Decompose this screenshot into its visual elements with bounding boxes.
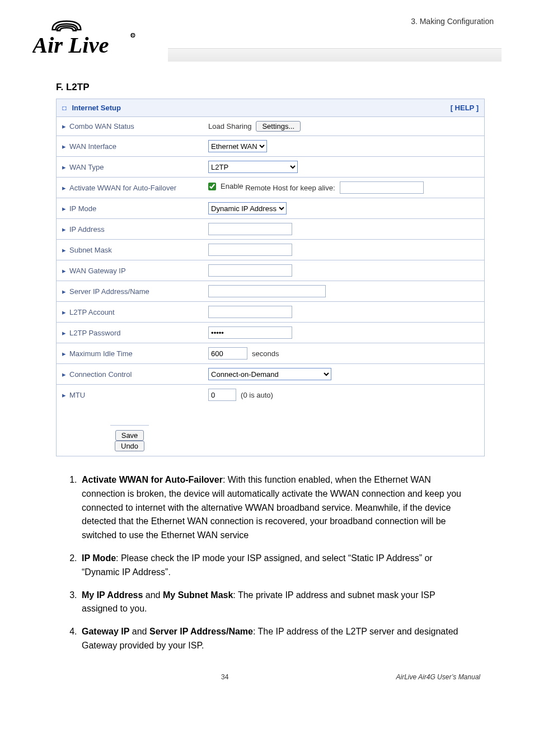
row-value-activate-wwan: Enable Remote Host for keep alive: — [203, 178, 484, 198]
row-label-wan-interface: ▸WAN Interface — [57, 136, 203, 157]
wan-interface-select[interactable]: Ethernet WAN — [208, 140, 267, 152]
instruction-4-term-b: Server IP Address/Name — [149, 627, 253, 636]
ip-mode-select[interactable]: Dynamic IP Address — [208, 202, 287, 214]
load-sharing-text: Load Sharing — [208, 122, 251, 130]
help-link[interactable]: [ HELP ] — [451, 104, 479, 112]
instruction-1-text: : With this function enabled, when the E… — [82, 475, 461, 540]
label-text: L2TP Password — [69, 329, 121, 337]
label-text: MTU — [69, 391, 85, 399]
triangle-icon: ▸ — [62, 225, 66, 234]
wan-type-select[interactable]: L2TP — [208, 161, 298, 173]
instruction-4-mid: and — [129, 627, 149, 636]
triangle-icon: ▸ — [62, 142, 66, 151]
header-divider — [168, 48, 502, 62]
bullet-icon: ◘ — [62, 104, 67, 112]
airlive-logo: Air Live R — [32, 19, 156, 60]
page-number: 34 — [221, 673, 228, 681]
instruction-1: Activate WWAN for Auto-Failover: With th… — [79, 473, 469, 543]
subheading: F. L2TP — [56, 82, 485, 93]
row-value-wan-type: L2TP — [203, 157, 484, 178]
page-header: 3. Making Configuration Air Live R — [0, 0, 534, 63]
instruction-4-term-a: Gateway IP — [82, 627, 129, 636]
remote-host-input[interactable] — [340, 181, 424, 194]
label-text: Subnet Mask — [69, 246, 112, 254]
label-text: WAN Type — [69, 163, 104, 171]
instruction-3: My IP Address and My Subnet Mask: The pr… — [79, 589, 469, 617]
row-label-wan-type: ▸WAN Type — [57, 157, 203, 178]
triangle-icon: ▸ — [62, 287, 66, 296]
triangle-icon: ▸ — [62, 349, 66, 358]
svg-text:R: R — [132, 34, 134, 38]
row-label-mtu: ▸MTU — [57, 385, 203, 405]
ip-address-input[interactable] — [208, 223, 292, 235]
row-label-max-idle: ▸Maximum Idle Time — [57, 343, 203, 364]
triangle-icon: ▸ — [62, 122, 66, 130]
row-label-activate-wwan: ▸Activate WWAN for Auto-Failover — [57, 178, 203, 198]
svg-text:Air Live: Air Live — [32, 32, 109, 58]
label-text: WAN Gateway IP — [69, 267, 126, 275]
mtu-unit: (0 is auto) — [241, 391, 273, 399]
panel-footer: Save Undo — [110, 425, 149, 456]
row-value-combo-wan-status: Load Sharing Settings... — [203, 117, 484, 136]
instruction-3-term-a: My IP Address — [82, 590, 143, 600]
enable-label: Enable — [221, 182, 243, 190]
triangle-icon: ▸ — [62, 370, 66, 379]
triangle-icon: ▸ — [62, 246, 66, 254]
row-label-ip-address: ▸IP Address — [57, 219, 203, 240]
row-value-max-idle: seconds — [203, 343, 484, 364]
enable-checkbox[interactable] — [208, 183, 216, 190]
row-value-wan-interface: Ethernet WAN — [203, 136, 484, 157]
wan-gateway-input[interactable] — [208, 264, 292, 277]
row-label-server-ip: ▸Server IP Address/Name — [57, 281, 203, 302]
panel-title: Internet Setup — [72, 104, 120, 112]
triangle-icon: ▸ — [62, 329, 66, 337]
label-text: L2TP Account — [69, 308, 115, 316]
l2tp-password-input[interactable] — [208, 326, 292, 339]
section-label: 3. Making Configuration — [411, 17, 494, 26]
row-label-conn-control: ▸Connection Control — [57, 364, 203, 385]
triangle-icon: ▸ — [62, 184, 66, 192]
row-label-wan-gateway: ▸WAN Gateway IP — [57, 260, 203, 281]
instruction-3-mid: and — [143, 590, 163, 600]
label-text: IP Mode — [69, 204, 96, 213]
undo-button[interactable]: Undo — [115, 441, 144, 451]
internet-setup-table: ◘ Internet Setup [ HELP ] ▸Combo WAN Sta… — [56, 99, 485, 456]
label-text: Combo WAN Status — [69, 122, 134, 130]
instructions-list: Activate WWAN for Auto-Failover: With th… — [79, 473, 469, 653]
label-text: WAN Interface — [69, 142, 116, 151]
row-label-combo-wan-status: ▸Combo WAN Status — [57, 117, 203, 136]
seconds-unit: seconds — [252, 349, 279, 358]
settings-button[interactable]: Settings... — [256, 121, 301, 132]
triangle-icon: ▸ — [62, 391, 66, 399]
label-text: Maximum Idle Time — [69, 349, 133, 358]
label-text: Connection Control — [69, 370, 132, 379]
save-button[interactable]: Save — [115, 430, 144, 441]
instruction-2: IP Mode: Please check the IP mode your I… — [79, 552, 469, 580]
row-label-ip-mode: ▸IP Mode — [57, 198, 203, 219]
triangle-icon: ▸ — [62, 163, 66, 171]
remote-host-label: Remote Host for keep alive: — [245, 184, 335, 192]
row-label-l2tp-password: ▸L2TP Password — [57, 323, 203, 343]
l2tp-account-input[interactable] — [208, 306, 292, 318]
page-footer: 34 AirLive Air4G User’s Manual — [0, 673, 534, 681]
instruction-3-term-b: My Subnet Mask — [163, 590, 233, 600]
instruction-2-term: IP Mode — [82, 553, 116, 563]
conn-control-select[interactable]: Connect-on-Demand — [208, 368, 331, 380]
manual-title: AirLive Air4G User’s Manual — [396, 673, 480, 681]
panel-title-row: ◘ Internet Setup [ HELP ] — [57, 99, 485, 117]
label-text: Activate WWAN for Auto-Failover — [69, 184, 176, 192]
triangle-icon: ▸ — [62, 267, 66, 275]
instruction-1-term: Activate WWAN for Auto-Failover — [82, 475, 223, 484]
max-idle-input[interactable] — [208, 347, 247, 360]
triangle-icon: ▸ — [62, 308, 66, 316]
instruction-2-text: : Please check the IP mode your ISP assi… — [82, 553, 433, 577]
server-ip-input[interactable] — [208, 285, 326, 297]
row-value-ip-mode: Dynamic IP Address — [203, 198, 484, 219]
row-label-subnet-mask: ▸Subnet Mask — [57, 240, 203, 260]
mtu-input[interactable] — [208, 389, 236, 401]
row-value-mtu: (0 is auto) — [203, 385, 484, 405]
label-text: IP Address — [69, 225, 105, 234]
row-label-l2tp-account: ▸L2TP Account — [57, 302, 203, 323]
subnet-mask-input[interactable] — [208, 244, 292, 256]
triangle-icon: ▸ — [62, 204, 66, 213]
